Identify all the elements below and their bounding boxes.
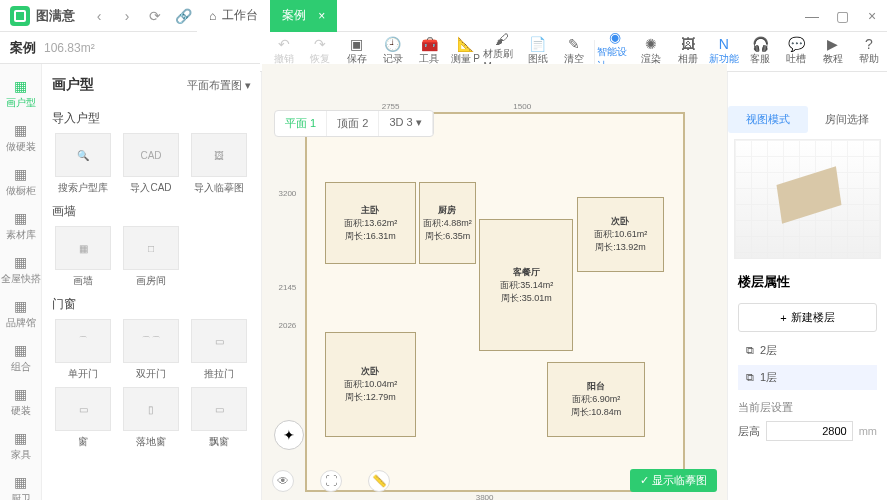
show-trace-toggle[interactable]: ✓ 显示临摹图 xyxy=(630,469,717,492)
project-name: 案例 xyxy=(10,39,36,57)
floor-height-label: 层高 xyxy=(738,424,760,439)
minimize-button[interactable]: — xyxy=(797,0,827,32)
floor-2层[interactable]: ⧉2层 xyxy=(738,338,877,363)
floorplan-view[interactable]: 2755 1500 3200 2145 2026 3800 主卧面积:13.62… xyxy=(262,104,727,500)
rail-硬装[interactable]: ▦硬装 xyxy=(0,380,42,424)
card-推拉门[interactable]: ▭推拉门 xyxy=(188,319,250,381)
compass-icon[interactable]: ✦ xyxy=(274,420,304,450)
tool-吐槽[interactable]: 💬吐槽 xyxy=(778,33,814,71)
right-tab-视图模式[interactable]: 视图模式 xyxy=(728,106,808,133)
section-画墙: 画墙 xyxy=(52,203,251,220)
rail-品牌馆[interactable]: ▦品牌馆 xyxy=(0,292,42,336)
right-panel-tabs: 视图模式房间选择 xyxy=(728,106,887,133)
project-area: 106.83m² xyxy=(44,41,95,55)
panel-title: 画户型 xyxy=(52,76,94,94)
floorplan-box[interactable]: 2755 1500 3200 2145 2026 3800 主卧面积:13.62… xyxy=(305,112,685,492)
section-导入户型: 导入户型 xyxy=(52,110,251,127)
room-厨房[interactable]: 厨房面积:4.88m²周长:6.35m xyxy=(419,182,475,265)
floor-props-title: 楼层属性 xyxy=(728,265,887,299)
forward-button[interactable]: › xyxy=(113,2,141,30)
tab-case[interactable]: 案例 × xyxy=(270,0,337,32)
view-tab-3D 3 ▾[interactable]: 3D 3 ▾ xyxy=(379,111,432,136)
ruler-button[interactable]: 📏 xyxy=(368,470,390,492)
new-floor-button[interactable]: + 新建楼层 xyxy=(738,303,877,332)
tab-workspace[interactable]: ⌂ 工作台 xyxy=(197,0,270,32)
rail-做橱柜[interactable]: ▦做橱柜 xyxy=(0,160,42,204)
tool-教程[interactable]: ▶教程 xyxy=(814,33,850,71)
card-导入临摹图[interactable]: 🖼导入临摹图 xyxy=(188,133,250,195)
eye-toggle-button[interactable]: 👁 xyxy=(272,470,294,492)
floor-height-field: 层高 mm xyxy=(738,421,877,441)
section-门窗: 门窗 xyxy=(52,296,251,313)
rail-做硬装[interactable]: ▦做硬装 xyxy=(0,116,42,160)
tool-客服[interactable]: 🎧客服 xyxy=(742,33,778,71)
card-飘窗[interactable]: ▭飘窗 xyxy=(188,387,250,449)
rail-素材库[interactable]: ▦素材库 xyxy=(0,204,42,248)
app-logo: 图满意 xyxy=(0,6,85,26)
room-次卧[interactable]: 次卧面积:10.04m²周长:12.79m xyxy=(325,332,415,437)
current-floor-settings-title: 当前层设置 xyxy=(728,392,887,417)
canvas-bottom-tools: 👁 ⛶ 📏 xyxy=(272,470,390,492)
close-tab-icon[interactable]: × xyxy=(318,9,325,23)
dim-left-3: 2026 xyxy=(279,321,297,330)
maximize-button[interactable]: ▢ xyxy=(827,0,857,32)
rail-家具[interactable]: ▦家具 xyxy=(0,424,42,468)
card-画墙[interactable]: ▦画墙 xyxy=(52,226,114,288)
logo-icon xyxy=(10,6,30,26)
floor-height-unit: mm xyxy=(859,425,877,437)
room-主卧[interactable]: 主卧面积:13.62m²周长:16.31m xyxy=(325,182,415,265)
title-bar: 图满意 ‹ › ⟳ 🔗 ⌂ 工作台 案例 × — ▢ × xyxy=(0,0,887,32)
fit-screen-button[interactable]: ⛶ xyxy=(320,470,342,492)
layers-icon: ⧉ xyxy=(746,371,754,384)
floor-height-input[interactable] xyxy=(766,421,853,441)
dim-top-2: 1500 xyxy=(513,102,531,111)
rail-组合[interactable]: ▦组合 xyxy=(0,336,42,380)
dim-left-1: 3200 xyxy=(279,189,297,198)
card-画房间[interactable]: □画房间 xyxy=(120,226,182,288)
card-导入CAD[interactable]: CAD导入CAD xyxy=(120,133,182,195)
card-搜索户型库[interactable]: 🔍搜索户型库 xyxy=(52,133,114,195)
floor-1层[interactable]: ⧉1层 xyxy=(738,365,877,390)
canvas-view-tabs: 平面 1顶面 23D 3 ▾ xyxy=(274,110,434,137)
dim-bottom-1: 3800 xyxy=(476,493,494,500)
card-双开门[interactable]: ⌒⌒双开门 xyxy=(120,319,182,381)
dim-left-2: 2145 xyxy=(279,283,297,292)
layout-dropdown[interactable]: 平面布置图 ▾ xyxy=(187,78,251,93)
room-阳台[interactable]: 阳台面积:6.90m²周长:10.84m xyxy=(547,362,645,437)
room-次卧[interactable]: 次卧面积:10.61m²周长:13.92m xyxy=(577,197,663,272)
refresh-button[interactable]: ⟳ xyxy=(141,2,169,30)
right-tab-房间选择[interactable]: 房间选择 xyxy=(808,106,888,133)
room-客餐厅[interactable]: 客餐厅面积:35.14m²周长:35.01m xyxy=(479,219,573,351)
home-icon: ⌂ xyxy=(209,9,216,23)
back-button[interactable]: ‹ xyxy=(85,2,113,30)
tool-帮助[interactable]: ?帮助 xyxy=(851,33,887,71)
view-tab-平面 1[interactable]: 平面 1 xyxy=(275,111,327,136)
plus-icon: + xyxy=(780,312,786,324)
rail-画户型[interactable]: ▦画户型 xyxy=(0,72,42,116)
card-单开门[interactable]: ⌒单开门 xyxy=(52,319,114,381)
tab-case-label: 案例 xyxy=(282,7,306,24)
app-name: 图满意 xyxy=(36,7,75,25)
rail-厨卫[interactable]: ▦厨卫 xyxy=(0,468,42,500)
layers-icon: ⧉ xyxy=(746,344,754,357)
tab-workspace-label: 工作台 xyxy=(222,7,258,24)
preview-3d[interactable] xyxy=(734,139,881,259)
view-tab-顶面 2[interactable]: 顶面 2 xyxy=(327,111,379,136)
rail-全屋快搭[interactable]: ▦全屋快搭 xyxy=(0,248,42,292)
link-button[interactable]: 🔗 xyxy=(169,2,197,30)
right-panel: 视图模式房间选择 楼层属性 + 新建楼层 ⧉2层⧉1层 当前层设置 层高 mm xyxy=(727,64,887,500)
card-落地窗[interactable]: ▯落地窗 xyxy=(120,387,182,449)
close-button[interactable]: × xyxy=(857,0,887,32)
window-controls: — ▢ × xyxy=(797,0,887,32)
new-floor-label: 新建楼层 xyxy=(791,310,835,325)
canvas-area[interactable]: 平面 1顶面 23D 3 ▾ 2755 1500 3200 2145 2026 … xyxy=(262,64,727,500)
side-rail: ▦画户型▦做硬装▦做橱柜▦素材库▦全屋快搭▦品牌馆▦组合▦硬装▦家具▦厨卫▦灯饰… xyxy=(0,64,42,500)
check-icon: ✓ xyxy=(640,474,649,486)
show-trace-label: 显示临摹图 xyxy=(652,474,707,486)
card-窗[interactable]: ▭窗 xyxy=(52,387,114,449)
side-panel: 画户型 平面布置图 ▾ 导入户型🔍搜索户型库CAD导入CAD🖼导入临摹图画墙▦画… xyxy=(42,64,262,500)
